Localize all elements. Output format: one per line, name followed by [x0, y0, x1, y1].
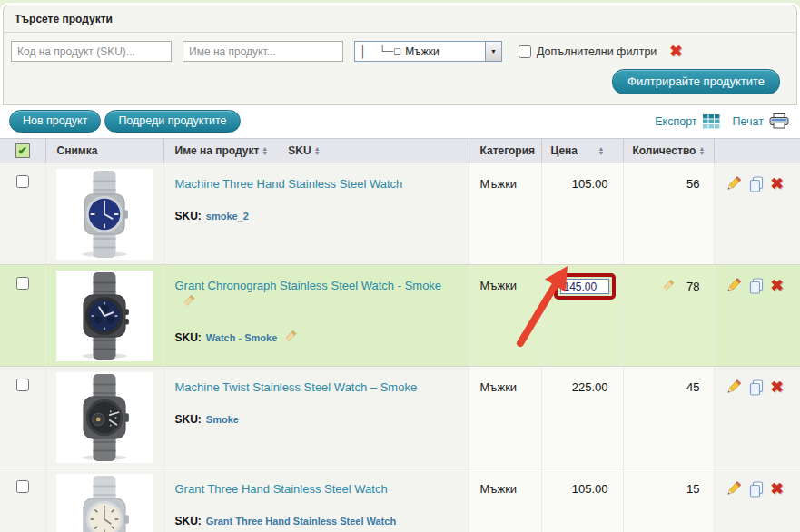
- duplicate-icon[interactable]: [748, 278, 765, 294]
- product-image-watch-silver-cream: [56, 474, 153, 532]
- sku-label: SKU:: [175, 331, 202, 344]
- sku-search-input[interactable]: [11, 41, 172, 62]
- delete-icon[interactable]: ✖: [771, 176, 784, 192]
- quantity-cell: 45: [623, 367, 714, 468]
- price-cell: 105.00: [541, 468, 623, 532]
- sort-desc-icon: ▼: [314, 151, 321, 155]
- price-edit-annotation-box: [554, 273, 616, 300]
- product-name-search-input[interactable]: [183, 41, 343, 62]
- new-product-button[interactable]: Нов продукт: [9, 110, 101, 133]
- products-table: ✔ Снимка Име на продукт ▲▼ SKU ▲▼ Катего…: [0, 138, 800, 532]
- header-actions: [714, 139, 800, 163]
- sku-value: Smoke: [206, 414, 239, 425]
- delete-icon[interactable]: ✖: [771, 278, 784, 294]
- check-icon: ✔: [18, 144, 27, 157]
- category-cell: Мъжки: [469, 163, 541, 265]
- quantity-cell: 56: [623, 163, 714, 265]
- header-price: Цена ▲▼: [541, 139, 623, 163]
- header-quantity-label: Количество: [633, 144, 696, 157]
- main-panel: Търсете продукти │ └─◻ Мъжки ▼ Допълните…: [0, 3, 800, 532]
- sort-price-control[interactable]: ▲▼: [598, 146, 605, 155]
- extra-filters-label: Допълнителни филтри: [537, 45, 657, 58]
- sort-quantity-control[interactable]: ▲▼: [698, 146, 705, 155]
- export-grid-icon[interactable]: [703, 114, 720, 129]
- table-row: Machine Three Hand Stainless Steel Watch…: [0, 163, 800, 265]
- delete-icon[interactable]: ✖: [771, 379, 784, 396]
- category-select[interactable]: │ └─◻ Мъжки ▼: [354, 41, 502, 62]
- category-cell: Мъжки: [469, 468, 541, 532]
- print-link[interactable]: Печат: [733, 115, 764, 128]
- header-quantity: Количество ▲▼: [623, 139, 714, 163]
- header-photo: Снимка: [45, 139, 163, 163]
- edit-pencil-icon[interactable]: [725, 175, 742, 192]
- extra-filters-checkbox[interactable]: [519, 45, 531, 58]
- table-row: Machine Twist Stainless Steel Watch – Sm…: [0, 367, 800, 468]
- header-name-sku: Име на продукт ▲▼ SKU ▲▼: [163, 139, 469, 163]
- header-category-label: Категория: [480, 144, 536, 157]
- product-image-watch-gunmetal: [56, 372, 153, 463]
- row-checkbox[interactable]: [16, 480, 29, 493]
- category-cell: Мъжки: [469, 367, 541, 468]
- inline-edit-sku-pencil-icon[interactable]: [281, 330, 297, 349]
- sku-label: SKU:: [175, 515, 202, 527]
- select-dropdown-button[interactable]: ▼: [485, 42, 501, 61]
- select-all-checkbox[interactable]: ✔: [15, 143, 30, 158]
- product-image-watch-smoke-chrono: [56, 271, 153, 361]
- tree-bar-glyph: │: [360, 45, 367, 58]
- header-sku-label: SKU: [288, 144, 311, 157]
- table-row-highlighted: Grant Chronograph Stainless Steel Watch …: [0, 265, 800, 367]
- extra-filters-row: Допълнителни филтри ✖: [519, 42, 683, 61]
- duplicate-icon[interactable]: [748, 481, 765, 498]
- sort-products-button[interactable]: Подреди продуктите: [104, 110, 240, 133]
- category-select-value: Мъжки: [405, 45, 485, 58]
- product-name-link[interactable]: Grant Three Hand Stainless Steel Watch: [175, 482, 388, 496]
- search-panel: Търсете продукти │ └─◻ Мъжки ▼ Допълните…: [3, 5, 797, 105]
- delete-icon[interactable]: ✖: [771, 481, 784, 498]
- category-cell: Мъжки: [469, 265, 541, 367]
- product-name-link[interactable]: Machine Three Hand Stainless Steel Watch: [175, 177, 403, 191]
- edit-pencil-icon[interactable]: [725, 379, 742, 396]
- tree-branch-icon: └─◻: [380, 45, 402, 57]
- sort-name-control[interactable]: ▲▼: [262, 146, 268, 155]
- printer-icon[interactable]: [769, 113, 789, 129]
- edit-pencil-icon[interactable]: [725, 480, 742, 498]
- product-name-link[interactable]: Machine Twist Stainless Steel Watch – Sm…: [175, 380, 418, 394]
- table-row: Grant Three Hand Stainless Steel Watch S…: [0, 468, 800, 532]
- export-link[interactable]: Експорт: [655, 115, 696, 128]
- search-filters-row: │ └─◻ Мъжки ▼ Допълнителни филтри ✖: [4, 33, 796, 65]
- search-panel-title: Търсете продукти: [4, 5, 796, 33]
- table-header-row: ✔ Снимка Име на продукт ▲▼ SKU ▲▼ Катего…: [0, 139, 800, 163]
- product-name-link[interactable]: Grant Chronograph Stainless Steel Watch …: [175, 279, 442, 292]
- header-select-all: ✔: [0, 139, 45, 163]
- row-checkbox[interactable]: [16, 175, 29, 188]
- filter-button-row: Филтрирайте продуктите: [4, 65, 796, 104]
- sort-sku-control[interactable]: ▲▼: [314, 146, 321, 155]
- duplicate-icon[interactable]: [748, 379, 765, 396]
- sku-label: SKU:: [175, 210, 202, 222]
- sku-value: Watch - Smoke: [206, 332, 277, 343]
- filter-products-button[interactable]: Филтрирайте продуктите: [612, 69, 780, 94]
- toolbar: Нов продукт Подреди продуктите Експорт П…: [0, 105, 800, 138]
- sku-label: SKU:: [175, 413, 202, 426]
- sort-desc-icon: ▼: [698, 151, 705, 155]
- header-category: Категория: [469, 139, 541, 163]
- edit-pencil-icon[interactable]: [725, 277, 742, 294]
- header-name-label: Име на продукт: [175, 144, 260, 157]
- header-price-label: Цена: [551, 144, 578, 157]
- price-cell: 105.00: [541, 163, 623, 265]
- clear-filters-icon[interactable]: ✖: [669, 42, 682, 61]
- header-photo-label: Снимка: [57, 144, 98, 157]
- row-checkbox[interactable]: [16, 277, 29, 290]
- duplicate-icon[interactable]: [748, 176, 765, 192]
- chevron-down-icon: ▼: [490, 48, 497, 54]
- inline-edit-name-pencil-icon[interactable]: [180, 294, 195, 313]
- price-edit-input[interactable]: [560, 279, 609, 294]
- quantity-value: 78: [686, 280, 699, 293]
- sort-desc-icon: ▼: [262, 151, 268, 155]
- product-image-watch-silver-blue: [56, 169, 153, 260]
- toolbar-right: Експорт Печат: [655, 113, 791, 129]
- sort-desc-icon: ▼: [598, 151, 605, 155]
- row-checkbox[interactable]: [16, 379, 29, 391]
- quantity-cell: 15: [623, 468, 714, 532]
- inline-edit-quantity-pencil-icon[interactable]: [659, 279, 675, 297]
